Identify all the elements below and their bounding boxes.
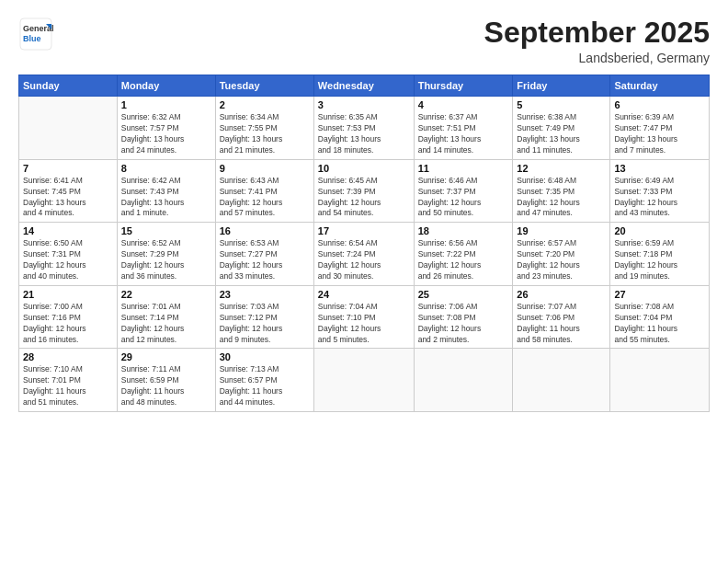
weekday-monday: Monday	[117, 75, 215, 97]
week-row-2: 14Sunrise: 6:50 AMSunset: 7:31 PMDayligh…	[19, 223, 710, 286]
day-number: 29	[121, 351, 211, 362]
day-cell: 22Sunrise: 7:01 AMSunset: 7:14 PMDayligh…	[117, 285, 215, 349]
day-info: Sunrise: 6:57 AMSunset: 7:20 PMDaylight:…	[517, 238, 606, 282]
day-info: Sunrise: 6:41 AMSunset: 7:45 PMDaylight:…	[23, 176, 113, 220]
day-number: 28	[23, 351, 113, 362]
weekday-saturday: Saturday	[610, 75, 710, 97]
day-info: Sunrise: 6:45 AMSunset: 7:39 PMDaylight:…	[318, 176, 410, 220]
day-info: Sunrise: 6:38 AMSunset: 7:49 PMDaylight:…	[517, 112, 606, 156]
day-info: Sunrise: 7:13 AMSunset: 6:57 PMDaylight:…	[220, 364, 310, 408]
day-number: 2	[220, 99, 310, 110]
calendar-table: SundayMondayTuesdayWednesdayThursdayFrid…	[18, 75, 710, 412]
day-cell: 24Sunrise: 7:04 AMSunset: 7:10 PMDayligh…	[313, 285, 414, 349]
day-info: Sunrise: 7:04 AMSunset: 7:10 PMDaylight:…	[318, 302, 410, 346]
day-cell	[513, 349, 610, 412]
day-info: Sunrise: 7:06 AMSunset: 7:08 PMDaylight:…	[418, 302, 509, 346]
day-number: 30	[220, 351, 310, 362]
day-info: Sunrise: 6:37 AMSunset: 7:51 PMDaylight:…	[418, 112, 509, 156]
weekday-sunday: Sunday	[19, 75, 118, 97]
day-cell: 19Sunrise: 6:57 AMSunset: 7:20 PMDayligh…	[513, 223, 610, 286]
day-number: 17	[318, 225, 410, 236]
day-info: Sunrise: 6:32 AMSunset: 7:57 PMDaylight:…	[121, 112, 211, 156]
day-info: Sunrise: 6:52 AMSunset: 7:29 PMDaylight:…	[121, 238, 211, 282]
day-info: Sunrise: 6:54 AMSunset: 7:24 PMDaylight:…	[318, 238, 410, 282]
day-info: Sunrise: 6:39 AMSunset: 7:47 PMDaylight:…	[614, 112, 705, 156]
day-cell: 28Sunrise: 7:10 AMSunset: 7:01 PMDayligh…	[19, 349, 118, 412]
weekday-friday: Friday	[513, 75, 610, 97]
day-cell: 26Sunrise: 7:07 AMSunset: 7:06 PMDayligh…	[513, 285, 610, 349]
day-info: Sunrise: 6:53 AMSunset: 7:27 PMDaylight:…	[220, 238, 310, 282]
day-cell: 25Sunrise: 7:06 AMSunset: 7:08 PMDayligh…	[414, 285, 513, 349]
day-number: 15	[121, 225, 211, 236]
weekday-thursday: Thursday	[414, 75, 513, 97]
day-info: Sunrise: 6:59 AMSunset: 7:18 PMDaylight:…	[614, 238, 705, 282]
weekday-header-row: SundayMondayTuesdayWednesdayThursdayFrid…	[19, 75, 710, 97]
week-row-0: 1Sunrise: 6:32 AMSunset: 7:57 PMDaylight…	[19, 97, 710, 160]
day-cell	[313, 349, 414, 412]
day-number: 10	[318, 163, 410, 174]
day-cell: 2Sunrise: 6:34 AMSunset: 7:55 PMDaylight…	[215, 97, 313, 160]
day-number: 6	[614, 99, 705, 110]
day-cell: 7Sunrise: 6:41 AMSunset: 7:45 PMDaylight…	[19, 159, 118, 223]
day-info: Sunrise: 6:56 AMSunset: 7:22 PMDaylight:…	[418, 238, 509, 282]
day-number: 14	[23, 225, 113, 236]
day-cell: 21Sunrise: 7:00 AMSunset: 7:16 PMDayligh…	[19, 285, 118, 349]
day-cell: 17Sunrise: 6:54 AMSunset: 7:24 PMDayligh…	[313, 223, 414, 286]
day-number: 4	[418, 99, 509, 110]
day-cell: 10Sunrise: 6:45 AMSunset: 7:39 PMDayligh…	[313, 159, 414, 223]
day-number: 27	[614, 289, 705, 300]
day-cell: 13Sunrise: 6:49 AMSunset: 7:33 PMDayligh…	[610, 159, 710, 223]
week-row-3: 21Sunrise: 7:00 AMSunset: 7:16 PMDayligh…	[19, 285, 710, 349]
day-info: Sunrise: 6:46 AMSunset: 7:37 PMDaylight:…	[418, 176, 509, 220]
day-cell: 5Sunrise: 6:38 AMSunset: 7:49 PMDaylight…	[513, 97, 610, 160]
day-cell: 8Sunrise: 6:42 AMSunset: 7:43 PMDaylight…	[117, 159, 215, 223]
day-info: Sunrise: 6:48 AMSunset: 7:35 PMDaylight:…	[517, 176, 606, 220]
day-cell: 16Sunrise: 6:53 AMSunset: 7:27 PMDayligh…	[215, 223, 313, 286]
day-number: 5	[517, 99, 606, 110]
day-cell: 11Sunrise: 6:46 AMSunset: 7:37 PMDayligh…	[414, 159, 513, 223]
day-info: Sunrise: 7:01 AMSunset: 7:14 PMDaylight:…	[121, 302, 211, 346]
day-number: 19	[517, 225, 606, 236]
day-info: Sunrise: 6:35 AMSunset: 7:53 PMDaylight:…	[318, 112, 410, 156]
day-number: 11	[418, 163, 509, 174]
day-cell: 27Sunrise: 7:08 AMSunset: 7:04 PMDayligh…	[610, 285, 710, 349]
day-info: Sunrise: 7:10 AMSunset: 7:01 PMDaylight:…	[23, 364, 113, 408]
day-number: 24	[318, 289, 410, 300]
day-number: 12	[517, 163, 606, 174]
day-number: 20	[614, 225, 705, 236]
svg-text:Blue: Blue	[23, 34, 41, 43]
day-cell: 6Sunrise: 6:39 AMSunset: 7:47 PMDaylight…	[610, 97, 710, 160]
week-row-1: 7Sunrise: 6:41 AMSunset: 7:45 PMDaylight…	[19, 159, 710, 223]
weekday-tuesday: Tuesday	[215, 75, 313, 97]
logo: General Blue	[18, 17, 53, 55]
day-number: 18	[418, 225, 509, 236]
day-info: Sunrise: 6:50 AMSunset: 7:31 PMDaylight:…	[23, 238, 113, 282]
day-info: Sunrise: 7:03 AMSunset: 7:12 PMDaylight:…	[220, 302, 310, 346]
day-info: Sunrise: 7:07 AMSunset: 7:06 PMDaylight:…	[517, 302, 606, 346]
day-cell: 23Sunrise: 7:03 AMSunset: 7:12 PMDayligh…	[215, 285, 313, 349]
logo-icon: General Blue	[18, 17, 53, 52]
day-number: 23	[220, 289, 310, 300]
day-cell	[19, 97, 118, 160]
day-cell: 20Sunrise: 6:59 AMSunset: 7:18 PMDayligh…	[610, 223, 710, 286]
location: Landsberied, Germany	[484, 51, 710, 65]
day-cell: 12Sunrise: 6:48 AMSunset: 7:35 PMDayligh…	[513, 159, 610, 223]
day-number: 1	[121, 99, 211, 110]
day-number: 7	[23, 163, 113, 174]
day-info: Sunrise: 7:00 AMSunset: 7:16 PMDaylight:…	[23, 302, 113, 346]
day-number: 8	[121, 163, 211, 174]
day-info: Sunrise: 6:34 AMSunset: 7:55 PMDaylight:…	[220, 112, 310, 156]
title-block: September 2025 Landsberied, Germany	[484, 17, 710, 65]
day-info: Sunrise: 6:42 AMSunset: 7:43 PMDaylight:…	[121, 176, 211, 220]
day-info: Sunrise: 7:08 AMSunset: 7:04 PMDaylight:…	[614, 302, 705, 346]
day-info: Sunrise: 6:43 AMSunset: 7:41 PMDaylight:…	[220, 176, 310, 220]
day-number: 3	[318, 99, 410, 110]
day-cell: 18Sunrise: 6:56 AMSunset: 7:22 PMDayligh…	[414, 223, 513, 286]
weekday-wednesday: Wednesday	[313, 75, 414, 97]
month-title: September 2025	[484, 17, 710, 49]
day-cell: 14Sunrise: 6:50 AMSunset: 7:31 PMDayligh…	[19, 223, 118, 286]
day-info: Sunrise: 7:11 AMSunset: 6:59 PMDaylight:…	[121, 364, 211, 408]
day-number: 9	[220, 163, 310, 174]
day-info: Sunrise: 6:49 AMSunset: 7:33 PMDaylight:…	[614, 176, 705, 220]
week-row-4: 28Sunrise: 7:10 AMSunset: 7:01 PMDayligh…	[19, 349, 710, 412]
